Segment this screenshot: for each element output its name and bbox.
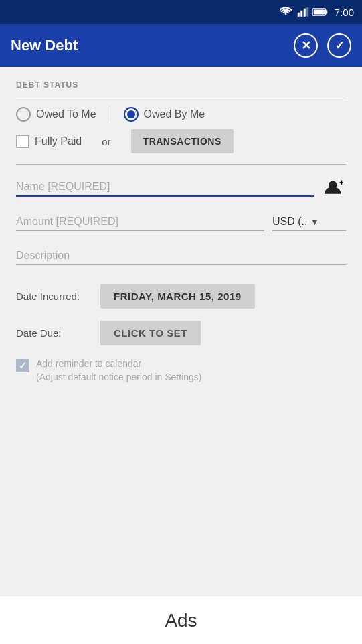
date-due-row: Date Due: CLICK TO SET: [16, 321, 346, 345]
reminder-label: Add reminder to calendar: [36, 357, 201, 371]
form-divider: [16, 164, 346, 165]
name-input[interactable]: [16, 178, 314, 197]
currency-value: USD (..: [272, 216, 307, 228]
amount-field-row: USD (.. ▼: [16, 213, 346, 231]
radio-circle-owed-to-me: [16, 107, 31, 122]
date-incurred-row: Date Incurred: FRIDAY, MARCH 15, 2019: [16, 284, 346, 309]
add-person-icon: +: [325, 179, 343, 195]
svg-rect-0: [298, 13, 300, 17]
date-due-button[interactable]: CLICK TO SET: [100, 321, 201, 345]
radio-row: Owed To Me Owed By Me: [16, 106, 346, 123]
fully-paid-label: Fully Paid: [35, 135, 82, 147]
description-field-group: [16, 247, 346, 265]
radio-divider: [110, 106, 110, 123]
svg-rect-6: [314, 10, 325, 15]
reminder-row: Add reminder to calendar (Adjust default…: [16, 357, 346, 384]
dropdown-arrow-icon: ▼: [310, 216, 319, 227]
currency-dropdown[interactable]: USD (.. ▼: [272, 213, 346, 231]
description-field-row: [16, 247, 346, 265]
checkbox-row: Fully Paid or TRANSACTIONS: [16, 129, 346, 153]
reminder-text-block: Add reminder to calendar (Adjust default…: [36, 357, 201, 384]
name-field-row: +: [16, 178, 346, 197]
check-icon: ✓: [335, 38, 345, 53]
svg-text:+: +: [339, 179, 343, 187]
svg-rect-1: [300, 11, 302, 17]
app-bar: New Debt ✕ ✓: [0, 24, 362, 67]
or-text: or: [102, 136, 110, 147]
description-input[interactable]: [16, 247, 346, 265]
svg-rect-2: [304, 9, 306, 17]
close-button[interactable]: ✕: [294, 33, 318, 58]
main-content: DEBT STATUS Owed To Me Owed By Me Fully …: [0, 67, 362, 384]
reminder-sublabel: (Adjust default notice period in Setting…: [36, 371, 201, 384]
status-bar: 7:00: [0, 0, 362, 24]
name-field-group: [16, 178, 314, 197]
svg-rect-5: [326, 10, 328, 13]
close-icon: ✕: [301, 38, 311, 53]
radio-circle-owed-by-me: [124, 107, 139, 122]
radio-label-owed-by-me: Owed By Me: [144, 108, 205, 120]
reminder-checkbox[interactable]: [16, 359, 29, 372]
battery-icon: [312, 7, 329, 17]
ads-bar: Ads: [0, 596, 362, 644]
fully-paid-checkbox[interactable]: [16, 135, 29, 148]
confirm-button[interactable]: ✓: [327, 33, 351, 58]
date-due-label: Date Due:: [16, 327, 90, 339]
svg-rect-3: [306, 7, 308, 17]
signal-icon: [297, 7, 309, 17]
fully-paid-option[interactable]: Fully Paid: [16, 135, 82, 148]
amount-field-group: [16, 213, 264, 231]
radio-label-owed-to-me: Owed To Me: [36, 108, 96, 120]
ads-label: Ads: [165, 610, 197, 631]
date-incurred-label: Date Incurred:: [16, 291, 90, 302]
radio-owed-to-me[interactable]: Owed To Me: [16, 107, 96, 122]
date-incurred-button[interactable]: FRIDAY, MARCH 15, 2019: [100, 284, 255, 309]
radio-owed-by-me[interactable]: Owed By Me: [124, 107, 205, 122]
page-title: New Debt: [11, 37, 78, 54]
section-label-debt-status: DEBT STATUS: [16, 80, 346, 90]
transactions-button[interactable]: TRANSACTIONS: [131, 129, 234, 153]
wifi-icon: [280, 7, 294, 17]
app-bar-actions: ✕ ✓: [294, 33, 351, 58]
section-divider: [16, 98, 346, 98]
status-icons: 7:00: [280, 7, 354, 18]
status-time: 7:00: [335, 7, 354, 18]
amount-input[interactable]: [16, 213, 264, 231]
add-person-button[interactable]: +: [322, 179, 346, 197]
